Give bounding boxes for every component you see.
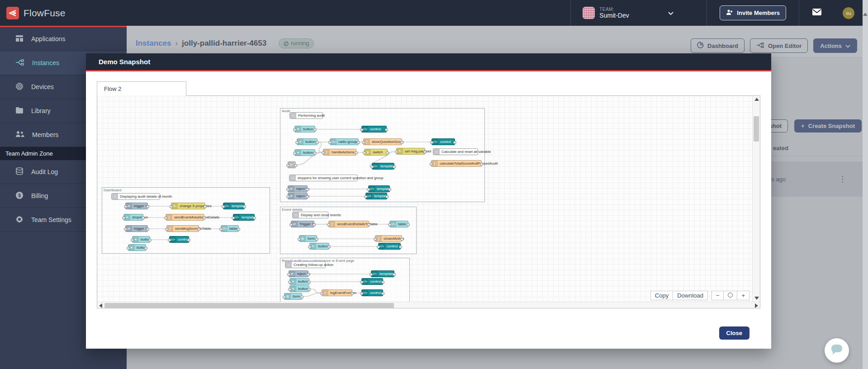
copy-flow-button[interactable]: Copy: [650, 291, 673, 300]
flow-node-button: ✦button: [294, 126, 315, 132]
chat-bubble-icon: [830, 344, 843, 357]
chevron-down-icon: [668, 9, 674, 17]
flow-node-stoppers-for-showing-user-current-question-and-group: ○stoppers for showing user current quest…: [289, 175, 358, 181]
close-button[interactable]: Close: [719, 326, 749, 340]
modal-title: Demo Snapshot: [86, 53, 771, 71]
flow-node-radio-group: </>radio-group: [330, 138, 359, 145]
flow-node-creating-follow-up-action: ○Creating follow-up action: [285, 261, 326, 268]
flow-node-sendeventdetailstotable: ƒsendEventDetailsToTable: [328, 221, 369, 227]
folder-icon: [15, 107, 24, 115]
team-selector[interactable]: TEAM: Sumit-Dev: [571, 0, 707, 26]
flow-node-storequestionscore: ƒstoreQuestionScore: [363, 138, 402, 145]
team-avatar: [583, 7, 595, 19]
zoom-controls: − +: [711, 291, 749, 300]
envelope-icon: [812, 8, 822, 18]
flow-node-logeventfuntion: ƒlogEventFuntion: [322, 289, 352, 296]
tab-flow-2[interactable]: Flow 2: [97, 81, 186, 96]
user-avatar[interactable]: su: [843, 7, 854, 19]
flow-node-button: ✦button: [294, 149, 315, 156]
flow-node-handleactions: ƒhandleActions: [323, 149, 356, 156]
app-stage: FlowFuse TEAM: Sumit-Dev Invite Members: [0, 0, 868, 369]
flow-node-table: </>table: [389, 221, 408, 227]
chip-icon: [15, 82, 24, 92]
flow-node-trigger-1x: ⇄Trigger 1x: [291, 221, 314, 227]
flow-node-closedaction: ƒclosedAction: [375, 235, 402, 242]
flow-node-switch: ≶switch: [364, 149, 388, 156]
user-plus-icon: [726, 9, 733, 17]
flow-node-inject-1x: ⇄inject 1x: [288, 193, 308, 199]
horizontal-scrollbar[interactable]: [97, 302, 760, 308]
flow-node-template: </>template: [368, 185, 390, 192]
notifications-button[interactable]: [799, 0, 835, 26]
flow-node-control: </>control: [361, 289, 383, 296]
vertical-scroll-thumb[interactable]: [754, 116, 759, 142]
horizontal-scroll-thumb[interactable]: [104, 303, 394, 308]
flow-node-set-msg-payload: ✎set msg.payload: [396, 148, 425, 155]
flow-node-displaying-audit-details-of-month: ○Displaying audit details of month: [111, 193, 160, 200]
flow-node-template: </>template: [233, 214, 255, 221]
flow-node-form: ⊞form: [284, 293, 302, 300]
flow-node-template: </>template: [223, 203, 245, 209]
instances-icon: [15, 59, 24, 67]
download-flow-button[interactable]: Download: [673, 291, 708, 300]
flowfuse-logo-icon: [6, 7, 19, 19]
scroll-right-arrow[interactable]: [755, 303, 758, 308]
svg-text:$: $: [18, 193, 21, 198]
flow-node-display-and-close-events: ○Display and close events: [292, 212, 328, 218]
page-scroll-up-arrow[interactable]: [863, 13, 868, 16]
zoom-reset-button[interactable]: [724, 291, 737, 300]
navbar-divider: [707, 0, 707, 26]
flow-canvas[interactable]: Copy Download − + AuditDashboardEvent de…: [97, 96, 752, 302]
page-scrollbar[interactable]: [863, 0, 868, 369]
flow-node-calculate-and-reset-all-variable: ○Calculate and reset all variable: [433, 148, 478, 155]
chat-widget-button[interactable]: [825, 338, 849, 363]
scroll-left-arrow[interactable]: [99, 303, 102, 308]
flow-node-form: ⊞form: [299, 235, 317, 242]
flow-node-control: </>control: [361, 278, 383, 285]
flow-node-template: </>template: [372, 163, 394, 170]
navbar-right: TEAM: Sumit-Dev Invite Members: [570, 0, 868, 26]
flow-node-inject-1x: ⇄inject 1x: [288, 185, 308, 192]
flow-node-change-5-properties: ✎change 5 properties: [171, 203, 205, 209]
flow-node-calculatetotalscoreandpassedaudit: ƒcalculateTotalScoreAndPassedAudit: [431, 160, 482, 167]
gear-icon: [15, 215, 24, 225]
modal-body: Flow 2 Copy Download − + Au: [86, 71, 771, 340]
brand-name: FlowFuse: [24, 8, 66, 19]
users-icon: [15, 131, 24, 139]
flow-node-performing-audit: ○Performing audit: [289, 112, 323, 119]
zoom-out-button[interactable]: −: [711, 291, 724, 300]
flow-node-trigger-1x: ⇄trigger 1x: [125, 225, 148, 232]
zoom-in-button[interactable]: +: [737, 291, 749, 300]
flow-node-button: ✦button: [128, 244, 146, 251]
dollar-circle-icon: $: [15, 191, 24, 201]
canvas-buttons: Copy Download: [650, 291, 708, 300]
team-name: Sumit-Dev: [599, 12, 629, 19]
flow-node-button: ✦button: [132, 236, 150, 243]
flow-node-trigger-1x: ⇄trigger 1x: [125, 203, 148, 209]
database-icon: [15, 167, 24, 177]
flow-node-control: </>control: [361, 126, 387, 132]
top-navbar: FlowFuse TEAM: Sumit-Dev Invite Members: [0, 0, 868, 26]
flow-preview: Copy Download − + AuditDashboardEvent de…: [97, 95, 760, 308]
flow-node-button: ✦button: [289, 285, 309, 292]
team-label: TEAM:: [599, 7, 629, 12]
flow-node-table: </>table: [221, 225, 239, 232]
flow-node-button: ✦button: [309, 243, 329, 250]
flow-node-button: ✦button: [289, 278, 309, 285]
scroll-down-arrow[interactable]: [754, 297, 759, 300]
flow-node-dropdown: ✦dropdown: [123, 214, 143, 221]
invite-members-button[interactable]: Invite Members: [720, 5, 786, 20]
flow-node-sendavgscoretotable: ƒsendAvgScoreToTable: [166, 225, 199, 232]
flow-node-control: </>control: [378, 243, 401, 250]
scroll-up-arrow[interactable]: [754, 98, 759, 101]
flow-node-template: </>template: [371, 270, 394, 277]
flow-node-button: ✦button: [297, 138, 318, 145]
brand[interactable]: FlowFuse: [0, 7, 66, 19]
vertical-scrollbar[interactable]: [752, 96, 760, 302]
flow-node-sendeventareascoredetails: ƒsendEventAreaScoreDetails: [166, 214, 204, 221]
snapshot-modal: Demo Snapshot Flow 2 Copy Download − +: [86, 53, 771, 349]
sidebar-item-applications[interactable]: Applications: [0, 27, 127, 51]
flow-node-control: </>control: [432, 138, 455, 145]
flow-node-control: </>control: [169, 236, 189, 243]
zoom-reset-icon: [728, 293, 733, 298]
